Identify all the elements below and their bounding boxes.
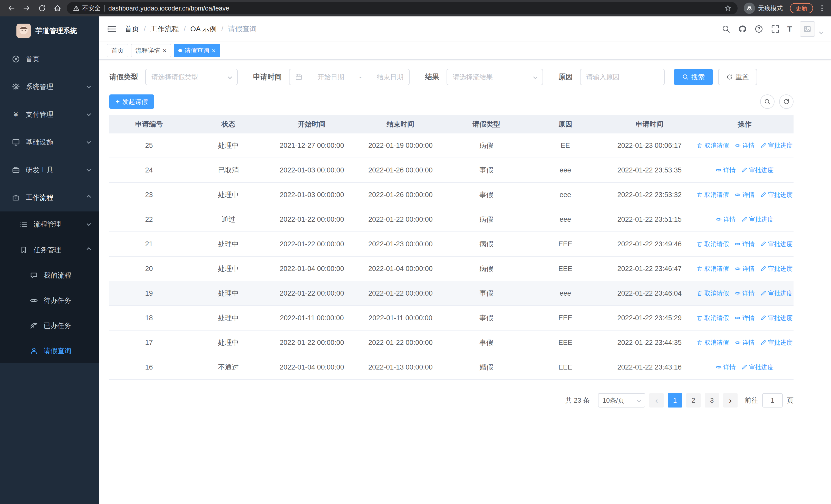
cell-end-time: 2022-01-26 00:00:00	[356, 158, 445, 182]
detail-link[interactable]: 详情	[735, 232, 754, 256]
cancel-leave-link[interactable]: 取消请假	[696, 134, 729, 157]
close-icon[interactable]: ×	[163, 47, 167, 54]
detail-link[interactable]: 详情	[716, 207, 736, 232]
approval-progress-link[interactable]: 审批进度	[760, 330, 793, 355]
detail-link[interactable]: 详情	[716, 355, 736, 379]
cell-actions: 取消请假 详情 审批进度	[696, 330, 794, 355]
goto-page-input[interactable]	[762, 393, 783, 408]
table-row[interactable]: 16 不通过 2022-01-04 00:00:00 2022-01-13 00…	[109, 355, 794, 380]
approval-progress-link[interactable]: 审批进度	[741, 207, 774, 232]
cancel-leave-link[interactable]: 取消请假	[696, 330, 729, 355]
sidebar-item-infra[interactable]: 基础设施	[0, 128, 99, 156]
table-row[interactable]: 24 已取消 2022-01-03 00:00:00 2022-01-26 00…	[109, 158, 794, 183]
cancel-leave-link[interactable]: 取消请假	[696, 281, 729, 305]
detail-link[interactable]: 详情	[735, 330, 754, 355]
page-size-select[interactable]: 10条/页	[598, 393, 645, 408]
table-row[interactable]: 21 处理中 2022-01-22 00:00:00 2022-01-23 00…	[109, 232, 794, 257]
page-button[interactable]: 2	[686, 393, 700, 408]
table-row[interactable]: 18 处理中 2022-01-11 00:00:00 2022-01-11 00…	[109, 306, 794, 330]
column-header: 结束时间	[356, 115, 445, 134]
table-row[interactable]: 22 通过 2022-01-22 00:00:00 2022-01-22 00:…	[109, 207, 794, 232]
cancel-leave-link[interactable]: 取消请假	[696, 183, 729, 207]
cancel-leave-link[interactable]: 取消请假	[696, 306, 729, 330]
table-row[interactable]: 20 处理中 2022-01-04 00:00:00 2022-01-04 00…	[109, 257, 794, 281]
approval-progress-link[interactable]: 审批进度	[760, 257, 793, 281]
toggle-search-button[interactable]	[760, 94, 775, 109]
browser-home-button[interactable]	[51, 2, 64, 14]
bookmark-star-icon[interactable]	[724, 5, 732, 12]
search-button[interactable]: 搜索	[674, 69, 713, 85]
detail-link[interactable]: 详情	[735, 281, 754, 305]
sidebar-item-home[interactable]: 首页	[0, 45, 99, 73]
approval-progress-link[interactable]: 审批进度	[760, 183, 793, 207]
sidebar-item-payment[interactable]: ¥ 支付管理	[0, 100, 99, 128]
sidebar-item-todo-tasks[interactable]: 待办任务	[0, 288, 99, 313]
pagination-pages: 123	[668, 393, 719, 408]
fullscreen-icon[interactable]	[771, 25, 780, 33]
sidebar-item-system[interactable]: 系统管理	[0, 73, 99, 100]
table-row[interactable]: 19 处理中 2022-01-22 00:00:00 2022-01-22 00…	[109, 281, 794, 306]
detail-link[interactable]: 详情	[735, 134, 754, 157]
reason-input[interactable]	[586, 73, 659, 81]
sidebar-menu: 首页 系统管理 ¥ 支付管理 基础设施	[0, 45, 99, 363]
table-row[interactable]: 17 处理中 2022-01-22 00:00:00 2022-01-22 00…	[109, 330, 794, 355]
address-bar[interactable]: 不安全 dashboard.yudao.iocoder.cn/bpm/oa/le…	[67, 2, 738, 14]
approval-progress-link[interactable]: 审批进度	[760, 134, 793, 157]
approval-progress-link[interactable]: 审批进度	[760, 232, 793, 256]
user-avatar[interactable]	[800, 21, 815, 37]
page-button[interactable]: 1	[668, 393, 682, 408]
approval-progress-link[interactable]: 审批进度	[741, 355, 774, 379]
trash-icon	[696, 339, 703, 346]
table-row[interactable]: 25 处理中 2021-12-27 00:00:00 2022-01-19 00…	[109, 134, 794, 158]
page-button[interactable]: 3	[705, 393, 719, 408]
search-icon[interactable]	[722, 25, 730, 33]
browser-refresh-button[interactable]	[36, 2, 48, 14]
sidebar-item-workflow[interactable]: 工作流程	[0, 184, 99, 211]
security-indicator[interactable]: 不安全	[73, 4, 101, 12]
monitor-icon	[12, 138, 20, 146]
tab-leave-query[interactable]: 请假查询 ×	[174, 44, 220, 57]
next-page-button[interactable]: ›	[723, 393, 738, 408]
tab-home[interactable]: 首页	[107, 44, 128, 57]
close-icon[interactable]: ×	[212, 47, 216, 54]
reset-button[interactable]: 重置	[718, 69, 757, 85]
browser-back-button[interactable]	[5, 2, 18, 14]
sidebar-collapse-icon[interactable]	[107, 25, 116, 33]
browser-menu-icon[interactable]	[818, 4, 826, 12]
sidebar-item-done-tasks[interactable]: 已办任务	[0, 313, 99, 338]
cell-apply-time: 2022-01-22 23:45:29	[603, 306, 696, 330]
create-leave-button[interactable]: + 发起请假	[109, 94, 154, 109]
github-icon[interactable]	[738, 25, 747, 33]
prev-page-button[interactable]: ‹	[649, 393, 664, 408]
approval-progress-link[interactable]: 审批进度	[760, 281, 793, 305]
approval-progress-link[interactable]: 审批进度	[760, 306, 793, 330]
help-icon[interactable]	[754, 25, 763, 33]
sidebar-item-task-mgmt[interactable]: 任务管理	[0, 237, 99, 263]
detail-link[interactable]: 详情	[716, 158, 736, 182]
refresh-table-button[interactable]	[779, 94, 794, 109]
sidebar-item-process-mgmt[interactable]: 流程管理	[0, 211, 99, 237]
breadcrumb-home[interactable]: 首页	[125, 24, 139, 34]
cancel-leave-link[interactable]: 取消请假	[696, 232, 729, 256]
sidebar-item-leave-query[interactable]: 请假查询	[0, 338, 99, 363]
tab-process-detail[interactable]: 流程详情 ×	[131, 44, 171, 57]
browser-forward-button[interactable]	[21, 2, 33, 14]
start-date-placeholder: 开始日期	[317, 72, 344, 82]
browser-update-button[interactable]: 更新	[790, 3, 813, 13]
apply-time-range-picker[interactable]: 开始日期 - 结束日期	[289, 69, 409, 85]
table-row[interactable]: 23 处理中 2022-01-03 00:00:00 2022-01-26 00…	[109, 183, 794, 207]
app-logo[interactable]: 芋道管理系统	[0, 17, 99, 45]
approval-progress-link[interactable]: 审批进度	[741, 158, 774, 182]
font-size-icon[interactable]: T	[787, 25, 792, 33]
sidebar-item-devtools[interactable]: 研发工具	[0, 156, 99, 184]
breadcrumb-oa[interactable]: OA 示例	[191, 24, 217, 34]
detail-link[interactable]: 详情	[735, 257, 754, 281]
detail-link[interactable]: 详情	[735, 183, 754, 207]
leave-type-select[interactable]: 请选择请假类型	[145, 69, 238, 85]
sidebar-item-my-processes[interactable]: 我的流程	[0, 263, 99, 288]
result-select[interactable]: 请选择流结果	[447, 69, 543, 85]
avatar-dropdown-icon[interactable]	[819, 30, 824, 34]
detail-link[interactable]: 详情	[735, 306, 754, 330]
breadcrumb-workflow[interactable]: 工作流程	[150, 24, 179, 34]
cancel-leave-link[interactable]: 取消请假	[696, 257, 729, 281]
